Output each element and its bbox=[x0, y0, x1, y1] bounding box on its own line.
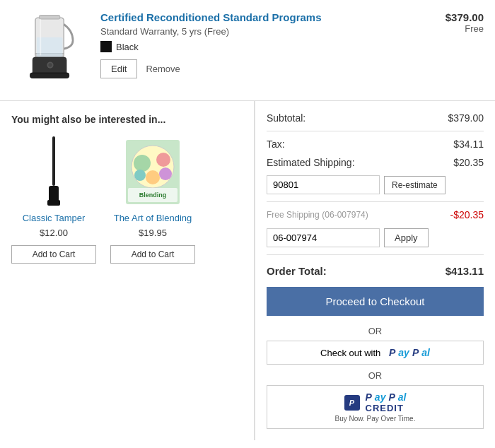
book-price: $19.95 bbox=[110, 228, 195, 238]
or-text-1: OR bbox=[267, 326, 484, 336]
list-item: Blending The Art of Blending $19.95 Add … bbox=[110, 136, 195, 264]
svg-point-17 bbox=[134, 170, 146, 181]
tamper-icon bbox=[43, 136, 64, 207]
book-name[interactable]: The Art of Blending bbox=[110, 213, 195, 223]
order-summary: Subtotal: $379.00 Tax: $34.11 Estimated … bbox=[255, 101, 495, 440]
paypal-checkout-text: Check out with bbox=[320, 348, 380, 358]
paypal-checkout-button[interactable]: Check out with PayPal bbox=[267, 341, 484, 365]
paypal-logo: PayPal bbox=[389, 347, 430, 358]
recommendations-list: Classic Tamper $12.00 Add to Cart bbox=[11, 136, 243, 264]
edit-button[interactable]: Edit bbox=[100, 59, 137, 78]
product-actions: Edit Remove bbox=[100, 59, 416, 78]
tamper-name[interactable]: Classic Tamper bbox=[11, 213, 96, 223]
product-details: Certified Reconditioned Standard Program… bbox=[100, 11, 416, 78]
shipping-estimate-row: Re-estimate bbox=[267, 175, 484, 194]
subtotal-value: $379.00 bbox=[448, 112, 484, 124]
divider-3 bbox=[267, 254, 484, 255]
svg-rect-4 bbox=[30, 73, 69, 78]
svg-text:Blending: Blending bbox=[139, 191, 167, 199]
tamper-price: $12.00 bbox=[11, 228, 96, 238]
checkout-button[interactable]: Proceed to Checkout bbox=[267, 287, 484, 316]
color-label: Black bbox=[116, 42, 139, 52]
list-item: Classic Tamper $12.00 Add to Cart bbox=[11, 136, 96, 264]
cart-item: Certified Reconditioned Standard Program… bbox=[0, 0, 495, 101]
order-total-row: Order Total: $413.11 bbox=[267, 265, 484, 277]
book-image: Blending bbox=[124, 136, 181, 207]
book-icon: Blending bbox=[124, 138, 181, 206]
main-content: You might also be interested in... Class… bbox=[0, 101, 495, 440]
discount-value: -$20.35 bbox=[450, 209, 484, 224]
svg-rect-9 bbox=[52, 136, 55, 186]
svg-point-6 bbox=[48, 63, 52, 67]
zip-input[interactable] bbox=[267, 175, 380, 194]
product-shipping-price: Free bbox=[427, 23, 484, 34]
tax-value: $34.11 bbox=[453, 138, 484, 150]
product-image bbox=[11, 11, 89, 89]
subtotal-label: Subtotal: bbox=[267, 112, 305, 124]
tamper-image bbox=[25, 136, 82, 207]
svg-rect-11 bbox=[47, 200, 60, 206]
shipping-value: $20.35 bbox=[453, 157, 484, 168]
recommendations-section: You might also be interested in... Class… bbox=[0, 101, 255, 440]
product-price: $379.00 bbox=[427, 11, 484, 23]
paypal-credit-button[interactable]: P PayPal CREDIT Buy Now. Pay Over Time. bbox=[267, 385, 484, 429]
shipping-row: Estimated Shipping: $20.35 bbox=[267, 157, 484, 168]
product-price-column: $379.00 Free bbox=[427, 11, 484, 34]
subtotal-row: Subtotal: $379.00 bbox=[267, 112, 484, 124]
book-add-to-cart-button[interactable]: Add to Cart bbox=[110, 245, 195, 264]
paypal-credit-name: PayPal bbox=[366, 391, 407, 403]
color-swatch-black bbox=[100, 41, 112, 52]
paypal-credit-logo-row: P PayPal CREDIT bbox=[344, 391, 407, 413]
paypal-credit-label: CREDIT bbox=[366, 403, 404, 413]
order-total-label: Order Total: bbox=[267, 265, 327, 277]
apply-button[interactable]: Apply bbox=[384, 228, 429, 247]
product-color: Black bbox=[100, 41, 416, 52]
blender-icon bbox=[18, 11, 82, 89]
divider-1 bbox=[267, 131, 484, 131]
svg-rect-1 bbox=[39, 16, 59, 20]
free-shipping-label: Free Shipping (06-007974) bbox=[267, 209, 368, 220]
recommendations-title: You might also be interested in... bbox=[11, 114, 243, 125]
svg-point-15 bbox=[156, 153, 170, 167]
coupon-input[interactable] bbox=[267, 228, 380, 247]
product-warranty: Standard Warranty, 5 yrs (Free) bbox=[100, 26, 416, 37]
order-total-value: $413.11 bbox=[446, 265, 484, 277]
tax-label: Tax: bbox=[267, 138, 285, 150]
free-shipping-section: Free Shipping (06-007974) -$20.35 Apply bbox=[267, 209, 484, 247]
paypal-credit-tagline: Buy Now. Pay Over Time. bbox=[335, 415, 416, 423]
tax-row: Tax: $34.11 bbox=[267, 138, 484, 150]
paypal-credit-icon: P bbox=[344, 395, 360, 411]
shipping-label: Estimated Shipping: bbox=[267, 157, 355, 168]
reestimate-button[interactable]: Re-estimate bbox=[384, 176, 446, 194]
product-title: Certified Reconditioned Standard Program… bbox=[100, 11, 416, 23]
divider-2 bbox=[267, 201, 484, 202]
tamper-add-to-cart-button[interactable]: Add to Cart bbox=[11, 245, 96, 264]
svg-point-16 bbox=[146, 170, 160, 184]
svg-point-18 bbox=[159, 167, 172, 180]
coupon-row: Apply bbox=[267, 228, 484, 247]
coupon-id: (06-007974) bbox=[322, 210, 368, 220]
or-text-2: OR bbox=[267, 370, 484, 381]
svg-point-14 bbox=[134, 155, 151, 172]
remove-link[interactable]: Remove bbox=[146, 64, 180, 74]
